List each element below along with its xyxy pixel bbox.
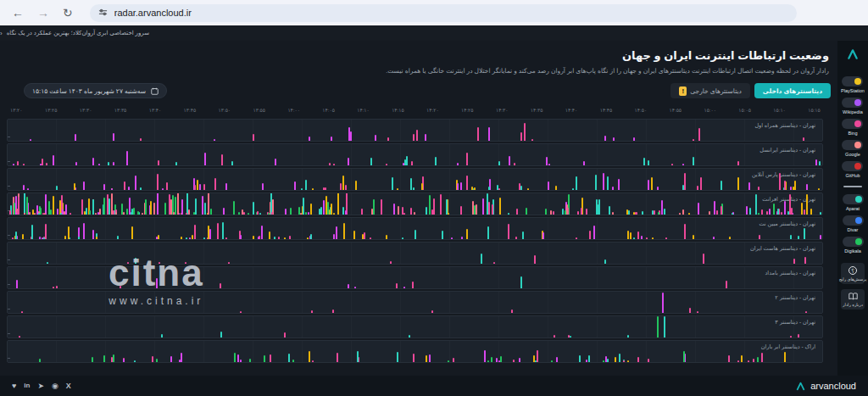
- spike: [156, 359, 158, 362]
- spike: [103, 355, 105, 362]
- chart-row[interactable]: تهران - دیتاسنتر افرانت: [7, 192, 823, 215]
- spike: [511, 310, 513, 313]
- footer-brand[interactable]: arvancloud: [795, 381, 856, 392]
- time-tick-label: ۱۴:۵۰: [635, 107, 648, 113]
- telegram-icon[interactable]: ➤: [37, 382, 44, 390]
- spike: [337, 353, 338, 362]
- service-name: Wikipedia: [843, 109, 863, 114]
- spike: [289, 236, 291, 239]
- spike: [343, 223, 345, 239]
- spike: [56, 186, 58, 190]
- spike: [398, 206, 399, 215]
- spike: [253, 134, 254, 141]
- spike: [123, 212, 125, 215]
- date-picker-button[interactable]: سه‌شنبه ۲۷ شهریور ماه ۱۴۰۳ ساعت ۱۵:۱۵: [24, 83, 167, 98]
- spike: [688, 213, 690, 215]
- spike: [133, 208, 135, 215]
- chart-row[interactable]: تهران - دیتاسنتر پارس آنلاین: [7, 168, 823, 191]
- service-toggle-google[interactable]: Google: [841, 140, 865, 157]
- spike: [258, 237, 259, 239]
- forward-icon[interactable]: →: [37, 7, 49, 19]
- time-tick-label: ۱۵:۱۵: [808, 107, 821, 113]
- service-toggle-wikipedia[interactable]: Wikipedia: [841, 98, 865, 114]
- book-icon: [849, 293, 858, 300]
- spike: [210, 209, 212, 215]
- spike: [488, 202, 490, 215]
- instagram-icon[interactable]: ◉: [52, 382, 58, 390]
- linkedin-icon[interactable]: in: [24, 382, 30, 389]
- spike: [684, 224, 686, 239]
- footer: ♥in➤◉X arvancloud: [0, 376, 868, 396]
- service-toggle-digikala[interactable]: Digikala: [843, 237, 864, 254]
- spike: [818, 188, 820, 190]
- spike: [57, 209, 58, 215]
- spike: [320, 207, 322, 215]
- spike: [598, 199, 600, 215]
- service-toggle-playstation[interactable]: PlayStation: [841, 76, 865, 93]
- spike: [520, 186, 522, 190]
- service-toggle-github[interactable]: GitHub: [841, 161, 865, 178]
- spike: [203, 184, 205, 190]
- about-radar-button[interactable]: درباره رادار: [841, 289, 865, 310]
- spike: [531, 139, 533, 141]
- spike: [784, 181, 786, 190]
- chart-row[interactable]: تهران - دیتاسنتر ۳: [7, 315, 823, 338]
- spike: [819, 161, 821, 165]
- spike: [261, 226, 263, 239]
- spike: [604, 136, 606, 141]
- chart-row[interactable]: تهران - دیتاسنتر مبین نت: [7, 217, 823, 240]
- chart-row[interactable]: اراک - دیتاسنتر ابر باران: [7, 340, 823, 363]
- spike: [158, 160, 159, 165]
- spike: [242, 209, 243, 215]
- tab-domestic-datacenters[interactable]: دیتاسنترهای داخلی: [754, 83, 831, 98]
- page-title: وضعیت ارتباطات اینترنت ایران و جهان: [354, 49, 829, 62]
- spike: [476, 204, 477, 215]
- spike: [662, 293, 664, 313]
- x-icon[interactable]: X: [66, 382, 71, 390]
- time-tick-label: ۱۴:۰۵: [322, 107, 335, 113]
- spike: [789, 194, 791, 215]
- spike: [311, 310, 313, 313]
- spike: [373, 199, 375, 215]
- promo-banner[interactable]: سرور اختصاصی ابری آروان‌کلاد؛ بهترین عمل…: [0, 25, 868, 41]
- spike: [50, 209, 52, 215]
- faq-button[interactable]: ؟ پرسش‌های رایج: [841, 263, 865, 284]
- chart-row[interactable]: تهران - دیتاسنتر ۲: [7, 291, 823, 314]
- heart-icon[interactable]: ♥: [12, 382, 16, 390]
- chart-row[interactable]: تهران - دیتاسنتر ایرانسل: [7, 143, 823, 166]
- chart-row[interactable]: تهران - دیتاسنتر بامداد: [7, 266, 823, 289]
- spike: [753, 359, 754, 362]
- site-settings-icon[interactable]: [98, 5, 108, 20]
- social-links: ♥in➤◉X: [12, 382, 71, 390]
- tab-foreign-datacenters[interactable]: دیتاسنترهای خارجی !: [670, 83, 750, 98]
- spike: [326, 196, 327, 215]
- spike: [790, 235, 792, 239]
- spike: [274, 237, 275, 239]
- spike: [546, 157, 548, 165]
- chart-row[interactable]: تهران - دیتاسنتر همراه اول: [7, 119, 823, 142]
- back-icon[interactable]: ←: [12, 7, 24, 19]
- service-toggle-bing[interactable]: Bing: [841, 119, 865, 136]
- spike: [14, 203, 15, 215]
- spike: [586, 209, 587, 215]
- service-toggle-divar[interactable]: Divar: [843, 215, 864, 232]
- spike: [386, 164, 387, 165]
- spike: [259, 213, 261, 215]
- service-toggle-aparat[interactable]: Aparat: [843, 194, 864, 211]
- spike: [679, 213, 681, 215]
- spike: [628, 210, 630, 215]
- address-bar[interactable]: radar.arvancloud.ir: [90, 4, 797, 22]
- reload-icon[interactable]: ↻: [63, 7, 73, 19]
- spike: [545, 209, 547, 215]
- spike: [526, 208, 527, 215]
- spike: [103, 198, 105, 215]
- spike: [665, 237, 667, 239]
- spike: [340, 183, 342, 190]
- spike: [22, 234, 24, 240]
- spike: [603, 360, 604, 362]
- chart-row[interactable]: تهران - دیتاسنتر هاست ایران: [7, 242, 823, 265]
- spike: [307, 237, 309, 239]
- spike: [646, 237, 648, 239]
- spike: [713, 237, 715, 239]
- spike: [17, 210, 19, 215]
